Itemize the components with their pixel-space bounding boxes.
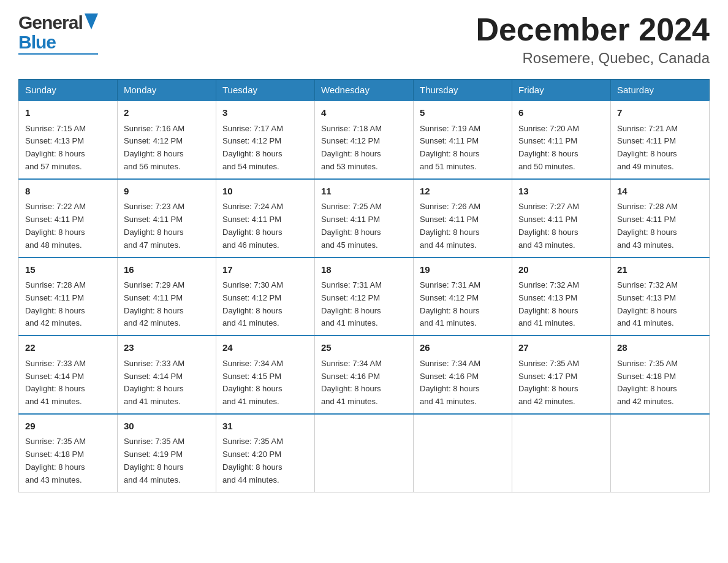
day-info: Sunrise: 7:35 AMSunset: 4:17 PMDaylight:… bbox=[518, 358, 604, 408]
day-cell: 31Sunrise: 7:35 AMSunset: 4:20 PMDayligh… bbox=[216, 414, 315, 492]
day-info: Sunrise: 7:20 AMSunset: 4:11 PMDaylight:… bbox=[518, 123, 604, 174]
title-block: December 2024 Rosemere, Quebec, Canada bbox=[476, 12, 710, 67]
day-number: 17 bbox=[222, 263, 308, 277]
day-cell: 2Sunrise: 7:16 AMSunset: 4:12 PMDaylight… bbox=[118, 101, 216, 179]
week-row-1: 1Sunrise: 7:15 AMSunset: 4:13 PMDaylight… bbox=[19, 101, 710, 179]
weekday-header-friday: Friday bbox=[512, 80, 611, 101]
day-cell: 7Sunrise: 7:21 AMSunset: 4:11 PMDaylight… bbox=[611, 101, 710, 179]
day-cell: 13Sunrise: 7:27 AMSunset: 4:11 PMDayligh… bbox=[512, 179, 611, 258]
day-info: Sunrise: 7:19 AMSunset: 4:11 PMDaylight:… bbox=[420, 123, 506, 174]
day-cell: 12Sunrise: 7:26 AMSunset: 4:11 PMDayligh… bbox=[414, 179, 512, 258]
week-row-3: 15Sunrise: 7:28 AMSunset: 4:11 PMDayligh… bbox=[19, 258, 710, 336]
day-number: 20 bbox=[518, 263, 604, 277]
day-number: 9 bbox=[124, 185, 210, 199]
day-number: 24 bbox=[222, 341, 308, 355]
day-info: Sunrise: 7:22 AMSunset: 4:11 PMDaylight:… bbox=[25, 201, 111, 251]
day-number: 23 bbox=[124, 341, 210, 355]
day-info: Sunrise: 7:28 AMSunset: 4:11 PMDaylight:… bbox=[25, 279, 111, 330]
day-number: 29 bbox=[25, 419, 111, 434]
day-info: Sunrise: 7:33 AMSunset: 4:14 PMDaylight:… bbox=[124, 358, 210, 408]
day-info: Sunrise: 7:32 AMSunset: 4:13 PMDaylight:… bbox=[617, 279, 703, 330]
day-cell: 26Sunrise: 7:34 AMSunset: 4:16 PMDayligh… bbox=[414, 335, 512, 414]
day-info: Sunrise: 7:29 AMSunset: 4:11 PMDaylight:… bbox=[124, 279, 210, 330]
day-info: Sunrise: 7:30 AMSunset: 4:12 PMDaylight:… bbox=[222, 279, 308, 330]
calendar-table: SundayMondayTuesdayWednesdayThursdayFrid… bbox=[18, 79, 710, 492]
weekday-header-tuesday: Tuesday bbox=[216, 80, 315, 101]
day-info: Sunrise: 7:16 AMSunset: 4:12 PMDaylight:… bbox=[124, 123, 210, 174]
weekday-header-saturday: Saturday bbox=[611, 80, 710, 101]
day-cell: 23Sunrise: 7:33 AMSunset: 4:14 PMDayligh… bbox=[118, 335, 216, 414]
logo-underline bbox=[18, 53, 98, 55]
day-info: Sunrise: 7:35 AMSunset: 4:18 PMDaylight:… bbox=[617, 358, 703, 408]
week-row-2: 8Sunrise: 7:22 AMSunset: 4:11 PMDaylight… bbox=[19, 179, 710, 258]
day-number: 1 bbox=[25, 106, 111, 120]
day-info: Sunrise: 7:35 AMSunset: 4:18 PMDaylight:… bbox=[25, 435, 111, 486]
day-info: Sunrise: 7:34 AMSunset: 4:16 PMDaylight:… bbox=[321, 358, 407, 408]
day-info: Sunrise: 7:28 AMSunset: 4:11 PMDaylight:… bbox=[617, 201, 703, 251]
day-cell: 11Sunrise: 7:25 AMSunset: 4:11 PMDayligh… bbox=[315, 179, 414, 258]
day-info: Sunrise: 7:15 AMSunset: 4:13 PMDaylight:… bbox=[25, 123, 111, 174]
week-row-4: 22Sunrise: 7:33 AMSunset: 4:14 PMDayligh… bbox=[19, 335, 710, 414]
svg-marker-0 bbox=[85, 13, 98, 29]
logo: General Blue bbox=[18, 12, 98, 55]
day-cell: 4Sunrise: 7:18 AMSunset: 4:12 PMDaylight… bbox=[315, 101, 414, 179]
day-cell: 9Sunrise: 7:23 AMSunset: 4:11 PMDaylight… bbox=[118, 179, 216, 258]
day-cell: 21Sunrise: 7:32 AMSunset: 4:13 PMDayligh… bbox=[611, 258, 710, 336]
day-number: 3 bbox=[222, 106, 308, 120]
day-cell: 18Sunrise: 7:31 AMSunset: 4:12 PMDayligh… bbox=[315, 258, 414, 336]
logo-blue-text: Blue bbox=[18, 32, 56, 53]
day-info: Sunrise: 7:33 AMSunset: 4:14 PMDaylight:… bbox=[25, 358, 111, 408]
day-info: Sunrise: 7:25 AMSunset: 4:11 PMDaylight:… bbox=[321, 201, 407, 251]
day-info: Sunrise: 7:24 AMSunset: 4:11 PMDaylight:… bbox=[222, 201, 308, 251]
location-title: Rosemere, Quebec, Canada bbox=[476, 50, 710, 67]
day-info: Sunrise: 7:23 AMSunset: 4:11 PMDaylight:… bbox=[124, 201, 210, 251]
day-number: 16 bbox=[124, 263, 210, 277]
week-row-5: 29Sunrise: 7:35 AMSunset: 4:18 PMDayligh… bbox=[19, 414, 710, 492]
weekday-header-monday: Monday bbox=[118, 80, 216, 101]
day-info: Sunrise: 7:34 AMSunset: 4:15 PMDaylight:… bbox=[222, 358, 308, 408]
day-number: 7 bbox=[617, 106, 703, 120]
day-number: 4 bbox=[321, 106, 407, 120]
weekday-header-sunday: Sunday bbox=[19, 80, 118, 101]
day-cell: 30Sunrise: 7:35 AMSunset: 4:19 PMDayligh… bbox=[118, 414, 216, 492]
day-cell: 1Sunrise: 7:15 AMSunset: 4:13 PMDaylight… bbox=[19, 101, 118, 179]
day-info: Sunrise: 7:31 AMSunset: 4:12 PMDaylight:… bbox=[321, 279, 407, 330]
day-number: 22 bbox=[25, 341, 111, 355]
day-info: Sunrise: 7:32 AMSunset: 4:13 PMDaylight:… bbox=[518, 279, 604, 330]
day-cell: 17Sunrise: 7:30 AMSunset: 4:12 PMDayligh… bbox=[216, 258, 315, 336]
day-number: 10 bbox=[222, 185, 308, 199]
day-info: Sunrise: 7:18 AMSunset: 4:12 PMDaylight:… bbox=[321, 123, 407, 174]
day-number: 18 bbox=[321, 263, 407, 277]
day-cell bbox=[611, 414, 710, 492]
weekday-header-thursday: Thursday bbox=[414, 80, 512, 101]
day-info: Sunrise: 7:27 AMSunset: 4:11 PMDaylight:… bbox=[518, 201, 604, 251]
day-number: 12 bbox=[420, 185, 506, 199]
day-number: 26 bbox=[420, 341, 506, 355]
day-info: Sunrise: 7:17 AMSunset: 4:12 PMDaylight:… bbox=[222, 123, 308, 174]
logo-arrow-icon bbox=[85, 13, 98, 32]
day-number: 19 bbox=[420, 263, 506, 277]
day-number: 25 bbox=[321, 341, 407, 355]
day-cell: 3Sunrise: 7:17 AMSunset: 4:12 PMDaylight… bbox=[216, 101, 315, 179]
day-info: Sunrise: 7:35 AMSunset: 4:19 PMDaylight:… bbox=[124, 435, 210, 486]
day-cell: 14Sunrise: 7:28 AMSunset: 4:11 PMDayligh… bbox=[611, 179, 710, 258]
day-info: Sunrise: 7:26 AMSunset: 4:11 PMDaylight:… bbox=[420, 201, 506, 251]
day-cell: 29Sunrise: 7:35 AMSunset: 4:18 PMDayligh… bbox=[19, 414, 118, 492]
page-header: General Blue December 2024 Rosemere, Que… bbox=[18, 12, 710, 67]
day-info: Sunrise: 7:31 AMSunset: 4:12 PMDaylight:… bbox=[420, 279, 506, 330]
day-number: 21 bbox=[617, 263, 703, 277]
day-cell: 19Sunrise: 7:31 AMSunset: 4:12 PMDayligh… bbox=[414, 258, 512, 336]
day-cell bbox=[512, 414, 611, 492]
day-cell: 24Sunrise: 7:34 AMSunset: 4:15 PMDayligh… bbox=[216, 335, 315, 414]
day-number: 14 bbox=[617, 185, 703, 199]
day-number: 30 bbox=[124, 419, 210, 434]
day-cell bbox=[414, 414, 512, 492]
day-cell: 10Sunrise: 7:24 AMSunset: 4:11 PMDayligh… bbox=[216, 179, 315, 258]
day-number: 28 bbox=[617, 341, 703, 355]
day-cell: 25Sunrise: 7:34 AMSunset: 4:16 PMDayligh… bbox=[315, 335, 414, 414]
month-title: December 2024 bbox=[476, 12, 710, 47]
day-cell: 16Sunrise: 7:29 AMSunset: 4:11 PMDayligh… bbox=[118, 258, 216, 336]
day-cell: 8Sunrise: 7:22 AMSunset: 4:11 PMDaylight… bbox=[19, 179, 118, 258]
day-number: 27 bbox=[518, 341, 604, 355]
day-cell: 28Sunrise: 7:35 AMSunset: 4:18 PMDayligh… bbox=[611, 335, 710, 414]
